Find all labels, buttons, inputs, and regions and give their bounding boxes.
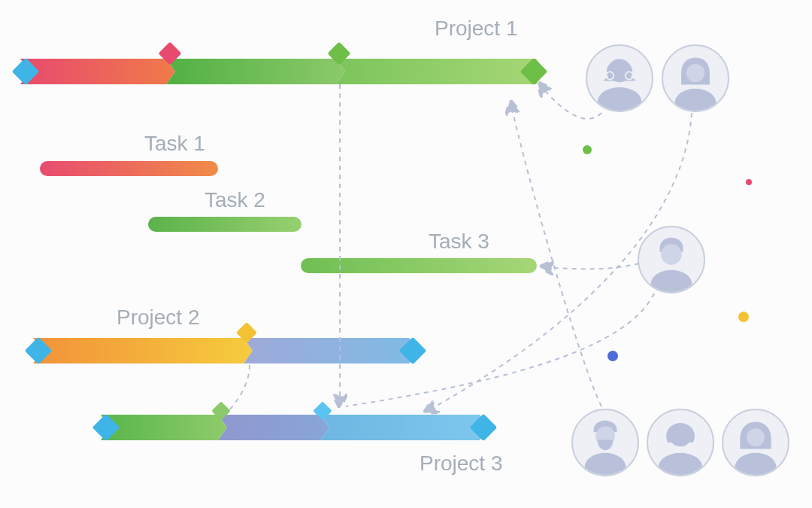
task-3-label: Task 3 bbox=[429, 230, 489, 254]
svg-point-11 bbox=[659, 453, 702, 475]
task-2-bar bbox=[148, 217, 301, 232]
project-1-seg-3 bbox=[336, 59, 545, 84]
task-2-label: Task 2 bbox=[205, 188, 265, 212]
project-3-seg-1 bbox=[101, 415, 227, 440]
decor-dot-red bbox=[746, 179, 752, 185]
decor-dot-green bbox=[583, 145, 592, 154]
project-1-bar bbox=[20, 59, 547, 84]
decor-dot-blue bbox=[607, 351, 618, 361]
project-2-label: Project 2 bbox=[117, 306, 200, 330]
avatar-2 bbox=[662, 44, 729, 112]
project-1-seg-1 bbox=[20, 59, 175, 84]
task-1-label: Task 1 bbox=[144, 132, 205, 156]
decor-dot-yellow bbox=[738, 312, 749, 322]
project-1-seg-2 bbox=[166, 59, 345, 84]
project-3-label: Project 3 bbox=[420, 452, 503, 476]
project-1-label: Project 1 bbox=[435, 17, 518, 41]
project-2-bar bbox=[33, 338, 424, 364]
task-3-bar bbox=[301, 258, 537, 273]
project-3-seg-3 bbox=[320, 415, 489, 440]
svg-point-5 bbox=[674, 89, 716, 111]
avatar-5 bbox=[647, 409, 714, 476]
project-2-seg-1 bbox=[33, 338, 253, 364]
project-3-bar bbox=[101, 415, 492, 440]
task-1-bar bbox=[40, 161, 218, 176]
svg-point-9 bbox=[584, 453, 626, 475]
svg-point-6 bbox=[661, 244, 682, 265]
gantt-diagram: Project 1 Task 1 Task 2 Task 3 Project 2… bbox=[0, 0, 812, 508]
project-2-seg-2 bbox=[244, 338, 418, 364]
svg-point-7 bbox=[650, 270, 692, 292]
svg-point-1 bbox=[598, 87, 641, 111]
project-3-seg-2 bbox=[218, 415, 329, 440]
svg-point-12 bbox=[747, 428, 765, 446]
svg-point-13 bbox=[735, 453, 776, 475]
avatar-1 bbox=[586, 44, 653, 112]
avatar-4 bbox=[571, 409, 639, 476]
avatar-3 bbox=[638, 226, 705, 294]
svg-point-4 bbox=[686, 64, 704, 82]
avatar-6 bbox=[722, 409, 789, 476]
